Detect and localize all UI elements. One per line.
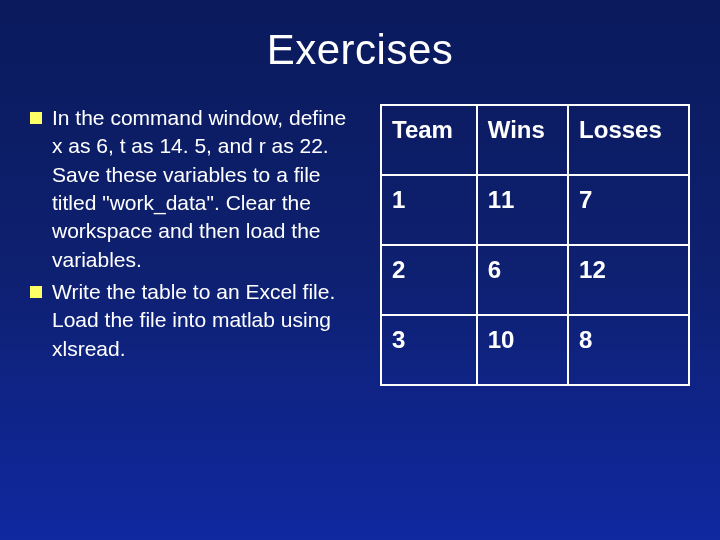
cell-wins: 6 xyxy=(477,245,568,315)
header-team: Team xyxy=(381,105,477,175)
cell-wins: 11 xyxy=(477,175,568,245)
data-table: Team Wins Losses 1 11 7 2 6 12 3 xyxy=(380,104,690,386)
cell-wins: 10 xyxy=(477,315,568,385)
table-header-row: Team Wins Losses xyxy=(381,105,689,175)
cell-team: 3 xyxy=(381,315,477,385)
table-row: 3 10 8 xyxy=(381,315,689,385)
cell-team: 1 xyxy=(381,175,477,245)
list-item: Write the table to an Excel file. Load t… xyxy=(30,278,360,363)
slide-title: Exercises xyxy=(0,0,720,104)
cell-losses: 12 xyxy=(568,245,689,315)
header-wins: Wins xyxy=(477,105,568,175)
header-losses: Losses xyxy=(568,105,689,175)
cell-team: 2 xyxy=(381,245,477,315)
slide-content: In the command window, define x as 6, t … xyxy=(0,104,720,386)
table-row: 1 11 7 xyxy=(381,175,689,245)
data-table-container: Team Wins Losses 1 11 7 2 6 12 3 xyxy=(380,104,690,386)
square-bullet-icon xyxy=(30,286,42,298)
cell-losses: 7 xyxy=(568,175,689,245)
bullet-list: In the command window, define x as 6, t … xyxy=(30,104,360,386)
bullet-text: In the command window, define x as 6, t … xyxy=(52,104,360,274)
bullet-text: Write the table to an Excel file. Load t… xyxy=(52,278,360,363)
table-row: 2 6 12 xyxy=(381,245,689,315)
square-bullet-icon xyxy=(30,112,42,124)
cell-losses: 8 xyxy=(568,315,689,385)
list-item: In the command window, define x as 6, t … xyxy=(30,104,360,274)
